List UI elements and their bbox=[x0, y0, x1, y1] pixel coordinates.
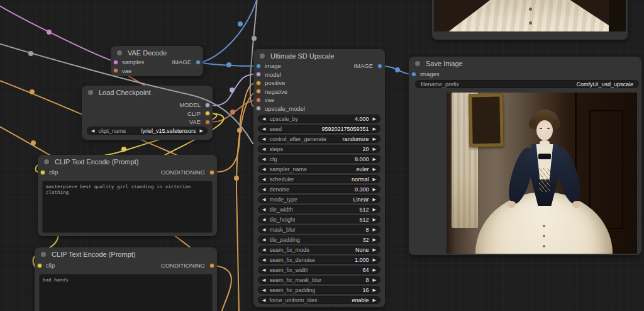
widget-left-arrow-icon[interactable]: ◀ bbox=[262, 296, 265, 304]
node-widget[interactable]: ◀ seam_fix_padding 16 ▶ bbox=[258, 286, 380, 294]
output-port[interactable]: VAE bbox=[82, 118, 213, 127]
widget-left-arrow-icon[interactable]: ◀ bbox=[262, 276, 265, 284]
widget-right-arrow-icon[interactable]: ▶ bbox=[373, 115, 376, 123]
node-widget[interactable]: ◀ denoise 0.300 ▶ bbox=[258, 185, 380, 193]
widget-right-arrow-icon[interactable]: ▶ bbox=[373, 165, 376, 173]
widget-right-arrow-icon[interactable]: ▶ bbox=[373, 185, 376, 193]
collapse-dot-icon[interactable] bbox=[44, 159, 49, 164]
collapse-dot-icon[interactable] bbox=[41, 252, 46, 257]
widget-left-arrow-icon[interactable]: ◀ bbox=[262, 215, 265, 223]
widget-left-arrow-icon[interactable]: ◀ bbox=[262, 165, 265, 173]
port-dot[interactable] bbox=[256, 72, 261, 77]
input-port[interactable]: positive bbox=[253, 79, 385, 88]
widget-right-arrow-icon[interactable]: ▶ bbox=[373, 276, 376, 284]
widget-right-arrow-icon[interactable]: ▶ bbox=[373, 225, 376, 234]
filename-prefix-widget[interactable]: filename_prefix ComfyUI_usd_upscale bbox=[415, 80, 639, 88]
port-dot[interactable] bbox=[256, 106, 261, 111]
port-dot[interactable] bbox=[209, 263, 214, 268]
node-titlebar[interactable]: Load Checkpoint bbox=[82, 86, 213, 99]
node-widget[interactable]: ◀ steps 20 ▶ bbox=[258, 145, 380, 153]
node-widget[interactable]: ◀ seed 959202175059351 ▶ bbox=[258, 125, 380, 133]
collapse-dot-icon[interactable] bbox=[260, 54, 265, 59]
widget-right-arrow-icon[interactable]: ▶ bbox=[373, 175, 376, 183]
node-save-image[interactable]: Save Image images filename_prefix ComfyU… bbox=[409, 57, 641, 255]
node-widget[interactable]: ◀ force_uniform_tiles enable ▶ bbox=[258, 296, 380, 304]
output-port[interactable]: CLIP bbox=[82, 110, 213, 118]
input-port[interactable]: negative bbox=[253, 88, 385, 96]
widget-left-arrow-icon[interactable]: ◀ bbox=[262, 225, 265, 234]
widget-left-arrow-icon[interactable]: ◀ bbox=[262, 195, 265, 203]
node-clip-text-encode-positive[interactable]: CLIP Text Encode (Prompt) clip CONDITION… bbox=[38, 155, 217, 236]
node-widget[interactable]: ◀ upscale_by 4.000 ▶ bbox=[258, 115, 380, 123]
port-dot[interactable] bbox=[113, 68, 118, 73]
widget-left-arrow-icon[interactable]: ◀ bbox=[262, 135, 265, 143]
prompt-textarea[interactable]: masterpiece best quality girl standing i… bbox=[42, 181, 213, 233]
input-port[interactable]: model bbox=[253, 71, 385, 79]
widget-left-arrow-icon[interactable]: ◀ bbox=[262, 205, 265, 213]
node-vae-decode[interactable]: VAE Decode samples vae IMAGE bbox=[111, 46, 203, 76]
port-dot[interactable] bbox=[377, 64, 382, 69]
widget-right-arrow-icon[interactable]: ▶ bbox=[373, 205, 376, 213]
port-dot[interactable] bbox=[196, 60, 201, 65]
node-ultimate-sd-upscale[interactable]: Ultimate SD Upscale image model positive… bbox=[253, 49, 385, 307]
input-port[interactable]: vae bbox=[111, 67, 203, 76]
widget-right-arrow-icon[interactable]: ▶ bbox=[373, 246, 376, 254]
widget-left-arrow-icon[interactable]: ◀ bbox=[262, 256, 265, 264]
widget-left-arrow-icon[interactable]: ◀ bbox=[91, 127, 94, 135]
input-port[interactable]: images bbox=[409, 70, 641, 79]
node-widget[interactable]: ◀ seam_fix_denoise 1.000 ▶ bbox=[258, 256, 380, 264]
node-load-checkpoint[interactable]: Load Checkpoint MODEL CLIP VAE ◀ ckpt_na… bbox=[82, 86, 213, 140]
widget-right-arrow-icon[interactable]: ▶ bbox=[373, 256, 376, 264]
node-widget[interactable]: ◀ scheduler normal ▶ bbox=[258, 175, 380, 183]
widget-left-arrow-icon[interactable]: ◀ bbox=[262, 145, 265, 153]
widget-left-arrow-icon[interactable]: ◀ bbox=[262, 125, 265, 133]
widget-right-arrow-icon[interactable]: ▶ bbox=[373, 195, 376, 203]
prompt-textarea[interactable]: bad hands bbox=[39, 274, 213, 311]
node-widget[interactable]: ◀ control_after_generate randomize ▶ bbox=[258, 135, 380, 143]
port-dot[interactable] bbox=[256, 98, 261, 103]
widget-right-arrow-icon[interactable]: ▶ bbox=[373, 235, 376, 244]
port-dot[interactable] bbox=[256, 89, 261, 94]
widget-left-arrow-icon[interactable]: ◀ bbox=[262, 115, 265, 123]
node-widget[interactable]: ◀ tile_width 512 ▶ bbox=[258, 205, 380, 213]
widget-left-arrow-icon[interactable]: ◀ bbox=[262, 155, 265, 163]
widget-right-arrow-icon[interactable]: ▶ bbox=[373, 145, 376, 153]
widget-left-arrow-icon[interactable]: ◀ bbox=[262, 235, 265, 244]
node-graph-canvas[interactable]: VAE Decode samples vae IMAGE Load Checkp… bbox=[0, 0, 644, 311]
port-dot[interactable] bbox=[209, 170, 214, 175]
node-widget[interactable]: ◀ seam_fix_mask_blur 8 ▶ bbox=[258, 276, 380, 284]
output-port[interactable]: IMAGE bbox=[111, 58, 203, 67]
node-titlebar[interactable]: CLIP Text Encode (Prompt) bbox=[35, 247, 217, 261]
widget-right-arrow-icon[interactable]: ▶ bbox=[373, 215, 376, 223]
port-dot[interactable] bbox=[411, 72, 416, 77]
widget-right-arrow-icon[interactable]: ▶ bbox=[373, 135, 376, 143]
node-clip-text-encode-negative[interactable]: CLIP Text Encode (Prompt) clip CONDITION… bbox=[35, 247, 217, 311]
node-titlebar[interactable]: Ultimate SD Upscale bbox=[253, 49, 385, 63]
node-widget[interactable]: ◀ tile_height 512 ▶ bbox=[258, 215, 380, 223]
port-dot[interactable] bbox=[205, 120, 210, 125]
output-port[interactable]: MODEL bbox=[82, 101, 213, 110]
node-widget[interactable]: ◀ mask_blur 8 ▶ bbox=[258, 225, 380, 234]
input-port[interactable]: vae bbox=[253, 96, 385, 105]
widget-right-arrow-icon[interactable]: ▶ bbox=[200, 127, 203, 135]
widget-left-arrow-icon[interactable]: ◀ bbox=[262, 185, 265, 193]
node-widget[interactable]: ◀ tile_padding 32 ▶ bbox=[258, 235, 380, 244]
widget-right-arrow-icon[interactable]: ▶ bbox=[373, 125, 376, 133]
widget-left-arrow-icon[interactable]: ◀ bbox=[262, 286, 265, 294]
port-dot[interactable] bbox=[205, 103, 210, 108]
node-widget[interactable]: ◀ seam_fix_width 64 ▶ bbox=[258, 266, 380, 274]
port-dot[interactable] bbox=[205, 111, 210, 116]
node-widget[interactable]: ◀ seam_fix_mode None ▶ bbox=[258, 246, 380, 254]
widget-right-arrow-icon[interactable]: ▶ bbox=[373, 266, 376, 274]
output-port[interactable]: CONDITIONING bbox=[35, 261, 217, 270]
ckpt-name-widget[interactable]: ◀ ckpt_name lyriel_v15.safetensors ▶ bbox=[87, 127, 208, 135]
port-dot[interactable] bbox=[256, 81, 261, 86]
widget-right-arrow-icon[interactable]: ▶ bbox=[373, 155, 376, 163]
widget-right-arrow-icon[interactable]: ▶ bbox=[373, 286, 376, 294]
widget-left-arrow-icon[interactable]: ◀ bbox=[262, 246, 265, 254]
node-titlebar[interactable]: Save Image bbox=[409, 57, 641, 71]
collapse-dot-icon[interactable] bbox=[415, 61, 420, 66]
collapse-dot-icon[interactable] bbox=[117, 50, 122, 55]
output-port[interactable]: IMAGE bbox=[253, 62, 385, 71]
widget-right-arrow-icon[interactable]: ▶ bbox=[373, 296, 376, 304]
